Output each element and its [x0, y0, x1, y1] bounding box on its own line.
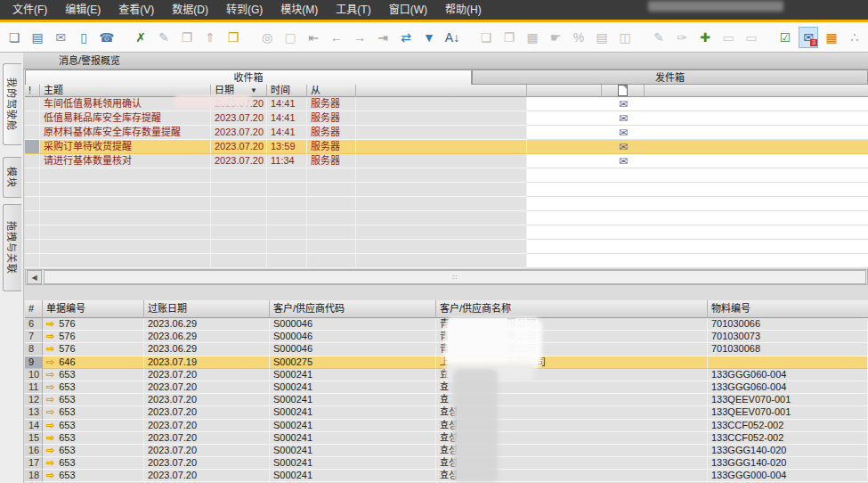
inbox-row[interactable]: 请进行基体数量核对2023.07.2011:34服务器✉ — [25, 154, 868, 168]
clipboard-icon[interactable]: ▢ — [280, 27, 300, 48]
table-row[interactable]: 17⇨6532023.07.20S000241효성133GGG140-020 — [25, 457, 868, 470]
query-icon[interactable]: ◫ — [615, 27, 635, 48]
last-record-icon[interactable]: ⇥ — [373, 27, 393, 48]
find-icon[interactable]: ◎ — [257, 27, 277, 48]
table-row[interactable]: 13⇨6532023.07.20S000241효성133QEEV070-001 — [25, 406, 868, 419]
menu-item-3[interactable]: 数据(D) — [163, 0, 217, 20]
lock-screen-glyph: ❒ — [228, 31, 239, 44]
table-row[interactable]: 16⇨6532023.07.20S000241효성133GGG140-020 — [25, 445, 868, 457]
inbox-row[interactable]: 低值易耗品库安全库存提醒2023.07.2014:41服务器✉ — [25, 111, 868, 126]
previous-record-icon[interactable]: ← — [327, 27, 346, 48]
link-arrow-icon[interactable]: ⇨ — [46, 457, 54, 468]
journal-entry-icon[interactable]: ▤ — [592, 27, 612, 48]
tab-outbox[interactable]: 发件箱 — [472, 70, 868, 85]
mail-open-icon[interactable]: ✉ — [619, 141, 628, 153]
print-icon[interactable]: ▤ — [28, 27, 47, 48]
side-tab-3[interactable]: 拖拽与关联 — [3, 204, 21, 291]
send-email-icon[interactable]: ✉ — [51, 27, 70, 48]
link-arrow-icon[interactable]: ⇨ — [46, 420, 54, 430]
mail-open-icon[interactable]: ✉ — [619, 155, 628, 168]
menu-item-7[interactable]: 窗口(W) — [380, 0, 436, 20]
column-header-row-number[interactable]: # — [25, 300, 43, 318]
send-fax-icon[interactable]: ☎ — [97, 27, 117, 48]
org-chart-icon[interactable]: ∴ — [845, 27, 864, 48]
link-arrow-icon[interactable]: ⇨ — [46, 356, 54, 367]
send-sms-icon[interactable]: ▯ — [74, 27, 93, 48]
print-preview-icon[interactable]: ❏ — [4, 27, 24, 48]
side-tab-1[interactable]: 我的驾驶舱 — [3, 63, 21, 145]
link-arrow-icon[interactable]: ⇨ — [46, 318, 54, 329]
table-row[interactable]: 14⇨6532023.07.20S000241효성133CCF052-002 — [25, 420, 868, 432]
column-header-time[interactable]: 时间 — [267, 85, 307, 97]
menu-item-1[interactable]: 编辑(E) — [56, 0, 110, 20]
document-settings-icon[interactable]: ✑ — [672, 27, 692, 48]
table-row[interactable]: 11⇨6532023.07.20S000241효133GGG060-004 — [25, 381, 868, 394]
column-header-doc-number[interactable]: 单据编号 — [43, 300, 144, 318]
inbox-row[interactable]: 采购订单待收货提醒2023.07.2013:59服务器✉ — [25, 140, 868, 154]
chat-history-icon[interactable]: ▭ — [742, 27, 761, 48]
link-arrow-icon[interactable]: ⇨ — [46, 381, 54, 392]
lock-screen-icon[interactable]: ❒ — [223, 27, 243, 48]
copy-from-icon[interactable]: ❏ — [476, 27, 496, 48]
side-tab-2[interactable]: 模块 — [3, 157, 21, 198]
column-header-posting-date[interactable]: 过账日期 — [144, 300, 270, 318]
edit-icon[interactable]: ✎ — [649, 27, 669, 48]
form-settings-icon[interactable]: ✚ — [695, 27, 715, 48]
mail-open-icon[interactable]: ✉ — [619, 98, 628, 111]
scroll-left-button[interactable]: ◀ — [27, 270, 42, 284]
table-row[interactable]: 18⇨6532023.07.20S000241효성133GGG000-004 — [25, 470, 868, 482]
menu-item-2[interactable]: 查看(V) — [110, 0, 163, 20]
table-row[interactable]: 12⇨6532023.07.20S000241효133QEEV070-001 — [25, 394, 868, 406]
column-header-blank — [527, 85, 602, 97]
column-header-bp-code[interactable]: 客户/供应商代码 — [270, 300, 436, 318]
upload-icon[interactable]: ⇑ — [200, 27, 220, 48]
link-arrow-icon[interactable]: ⇨ — [46, 432, 54, 443]
checklist-icon[interactable]: ☑ — [775, 27, 795, 48]
first-record-icon[interactable]: ⇤ — [304, 27, 323, 48]
menu-item-6[interactable]: 工具(T) — [327, 0, 379, 20]
inbox-row[interactable]: 车间低值易耗领用确认2023.07.2014:41服务器✉ — [25, 97, 868, 111]
report-icon[interactable]: ▦ — [822, 27, 841, 48]
sort-desc-icon[interactable]: ▼ — [250, 85, 257, 96]
link-arrow-icon[interactable]: ⇨ — [46, 394, 54, 405]
calculator-icon[interactable]: ▦ — [523, 27, 542, 48]
filler-cell — [356, 154, 527, 168]
link-arrow-icon[interactable]: ⇨ — [46, 369, 54, 380]
mail-open-icon[interactable]: ✉ — [619, 112, 628, 125]
menu-item-8[interactable]: 帮助(H) — [436, 0, 491, 20]
chat-icon[interactable]: ▭ — [718, 27, 738, 48]
column-header-alert[interactable]: ! — [25, 85, 40, 97]
link-arrow-icon[interactable]: ⇨ — [46, 445, 54, 455]
empty-cell — [527, 225, 602, 240]
inbox-row[interactable]: 原材料基体库安全库存数量提醒2023.07.2014:41服务器✉ — [25, 126, 868, 140]
column-header-bp-name[interactable]: 客户/供应商名称 — [436, 300, 708, 318]
column-header-from[interactable]: 从 — [307, 85, 356, 97]
export-excel-icon[interactable]: ✗ — [131, 27, 150, 48]
link-arrow-icon[interactable]: ⇨ — [46, 343, 54, 354]
column-header-attachment[interactable] — [602, 85, 645, 97]
copy-to-icon[interactable]: ❐ — [499, 27, 519, 48]
payment-means-icon[interactable]: ☛ — [546, 27, 565, 48]
inbox-empty-row — [25, 254, 868, 268]
gross-profit-icon[interactable]: % — [569, 27, 588, 48]
tab-inbox[interactable]: 收件箱 — [25, 70, 472, 85]
sort-icon[interactable]: A↓ — [442, 27, 462, 48]
refresh-icon[interactable]: ⇄ — [396, 27, 416, 48]
export-pdf-icon[interactable]: ❐ — [177, 27, 197, 48]
column-header-item-number[interactable]: 物料编号 — [708, 300, 868, 318]
link-arrow-icon[interactable]: ⇨ — [46, 331, 54, 341]
messages-alerts-icon[interactable]: ✉3 — [799, 27, 818, 48]
next-record-icon[interactable]: → — [350, 27, 369, 48]
export-word-icon[interactable]: ✎ — [154, 27, 174, 48]
mail-open-icon[interactable]: ✉ — [619, 127, 628, 139]
table-row[interactable]: 15⇨6532023.07.20S000241효성133CCF052-002 — [25, 432, 868, 445]
filter-icon[interactable]: ▼ — [419, 27, 439, 48]
empty-cell — [527, 168, 602, 183]
link-arrow-icon[interactable]: ⇨ — [46, 406, 54, 417]
menu-item-5[interactable]: 模块(M) — [272, 0, 327, 20]
horizontal-scrollbar[interactable]: ◀ ∷ — [25, 269, 868, 285]
link-arrow-icon[interactable]: ⇨ — [46, 470, 54, 480]
menu-item-4[interactable]: 转到(G) — [217, 0, 272, 20]
menu-item-0[interactable]: 文件(F) — [4, 0, 56, 20]
scrollbar-thumb[interactable]: ∷ — [44, 270, 866, 284]
